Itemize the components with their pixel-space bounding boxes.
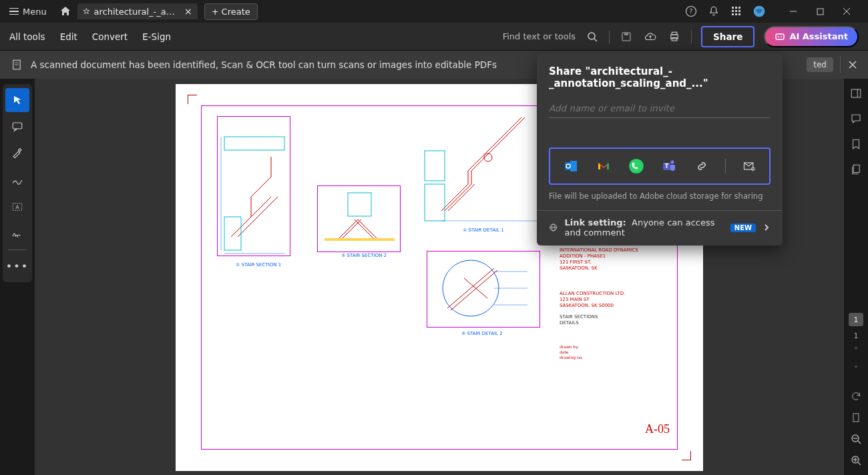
page-prev[interactable]: ⌃	[853, 346, 859, 355]
teams-share[interactable]: T	[660, 157, 678, 175]
help-button[interactable]: ?	[684, 4, 698, 19]
select-tool[interactable]	[5, 88, 29, 112]
bookmark-panel[interactable]	[848, 136, 864, 152]
apps-button[interactable]	[729, 4, 744, 19]
cursor-icon	[12, 95, 23, 105]
figure-label-4: ② STAIR DETAIL 2	[461, 331, 503, 336]
link-setting-row[interactable]: Link setting: Anyone can access and comm…	[537, 210, 783, 238]
tab-close-button[interactable]: ×	[184, 6, 192, 17]
copy-link-share[interactable]	[692, 157, 711, 175]
page-current[interactable]: 1	[849, 313, 863, 326]
left-toolbar: A •••	[3, 84, 32, 282]
svg-line-66	[858, 462, 861, 465]
page-next[interactable]: ⌄	[853, 360, 859, 370]
plus-icon: +	[212, 7, 219, 17]
notifications-button[interactable]	[706, 4, 721, 19]
svg-line-41	[355, 219, 375, 240]
more-tools[interactable]: •••	[5, 254, 29, 278]
create-label: Create	[222, 7, 250, 17]
svg-rect-4	[738, 7, 740, 9]
account-button[interactable]	[752, 4, 767, 19]
maximize-icon	[817, 8, 824, 15]
new-badge: NEW	[730, 223, 756, 232]
rotate-button[interactable]	[848, 388, 864, 404]
create-button[interactable]: + Create	[204, 3, 258, 20]
bookmark-icon	[850, 138, 862, 150]
teams-icon: T	[661, 158, 677, 174]
signature-icon	[11, 227, 23, 240]
stair-section-1	[218, 117, 291, 257]
email-attachment-share[interactable]	[740, 157, 758, 175]
search-button[interactable]	[585, 29, 600, 44]
figure-label-2: ② STAIR SECTION 2	[341, 253, 387, 258]
bell-icon	[708, 5, 720, 17]
highlight-tool[interactable]	[5, 141, 29, 165]
comment-tool[interactable]	[5, 115, 29, 139]
text-tool[interactable]: A	[5, 195, 29, 219]
stair-section-2	[318, 186, 401, 253]
svg-point-24	[778, 36, 779, 37]
svg-point-16	[588, 33, 595, 39]
svg-rect-13	[817, 9, 823, 15]
notification-close-button[interactable]	[840, 56, 857, 73]
close-window-button[interactable]	[833, 2, 860, 21]
save-icon	[621, 31, 632, 42]
ai-icon	[775, 31, 785, 42]
cloud-upload-icon	[644, 31, 656, 43]
svg-point-73	[670, 161, 674, 164]
svg-point-44	[484, 153, 492, 161]
print-button[interactable]	[667, 29, 682, 44]
svg-rect-37	[224, 137, 284, 150]
whatsapp-share[interactable]	[627, 157, 646, 175]
menu-button[interactable]: Menu	[3, 4, 53, 19]
invite-input[interactable]	[549, 99, 771, 118]
svg-text:A: A	[15, 204, 19, 210]
svg-rect-2	[732, 7, 734, 9]
svg-line-50	[447, 268, 494, 308]
svg-rect-7	[738, 10, 740, 12]
svg-rect-10	[738, 13, 740, 15]
svg-rect-22	[672, 37, 677, 41]
svg-point-70	[629, 159, 644, 173]
ai-assistant-button[interactable]: AI Assistant	[764, 26, 859, 47]
link-setting-label: Link setting:	[564, 217, 626, 227]
svg-text:?: ?	[690, 8, 693, 15]
save-button[interactable]	[619, 29, 634, 44]
sign-tool[interactable]	[5, 221, 29, 246]
convert-button[interactable]: Convert	[92, 31, 128, 42]
stair-detail-2	[427, 252, 541, 328]
home-icon	[60, 6, 71, 17]
search-label[interactable]: Find text or tools	[503, 31, 576, 41]
outlook-share[interactable]	[562, 157, 580, 175]
chat-panel[interactable]	[848, 111, 864, 127]
chevron-right-icon	[763, 223, 771, 231]
pages-panel[interactable]	[848, 161, 864, 177]
svg-rect-68	[570, 161, 577, 171]
svg-rect-19	[624, 33, 628, 35]
svg-line-52	[464, 278, 487, 298]
get-started-button[interactable]: ted	[807, 57, 833, 72]
panel-toggle[interactable]	[848, 85, 864, 101]
all-tools-button[interactable]: All tools	[9, 31, 45, 42]
document-tab[interactable]: architectural_-_annotati... ×	[77, 3, 198, 19]
link-setting-chevron[interactable]	[763, 223, 771, 231]
zoom-in-button[interactable]	[848, 452, 864, 468]
draw-icon	[11, 174, 23, 186]
edit-button[interactable]: Edit	[60, 31, 77, 42]
gmail-share[interactable]	[594, 157, 613, 175]
home-button[interactable]	[56, 2, 75, 21]
zoom-out-icon	[851, 434, 861, 444]
draw-tool[interactable]	[5, 168, 29, 192]
svg-rect-36	[224, 217, 241, 250]
page-fit-button[interactable]	[848, 410, 864, 426]
share-button[interactable]: Share	[701, 26, 754, 47]
help-icon: ?	[685, 5, 697, 17]
maximize-button[interactable]	[807, 2, 833, 21]
minimize-button[interactable]	[780, 2, 807, 21]
svg-rect-9	[735, 13, 737, 15]
cloud-button[interactable]	[643, 29, 658, 44]
zoom-out-button[interactable]	[848, 431, 864, 447]
svg-rect-23	[776, 34, 784, 39]
esign-button[interactable]: E-Sign	[142, 31, 171, 42]
highlighter-icon	[11, 147, 23, 159]
